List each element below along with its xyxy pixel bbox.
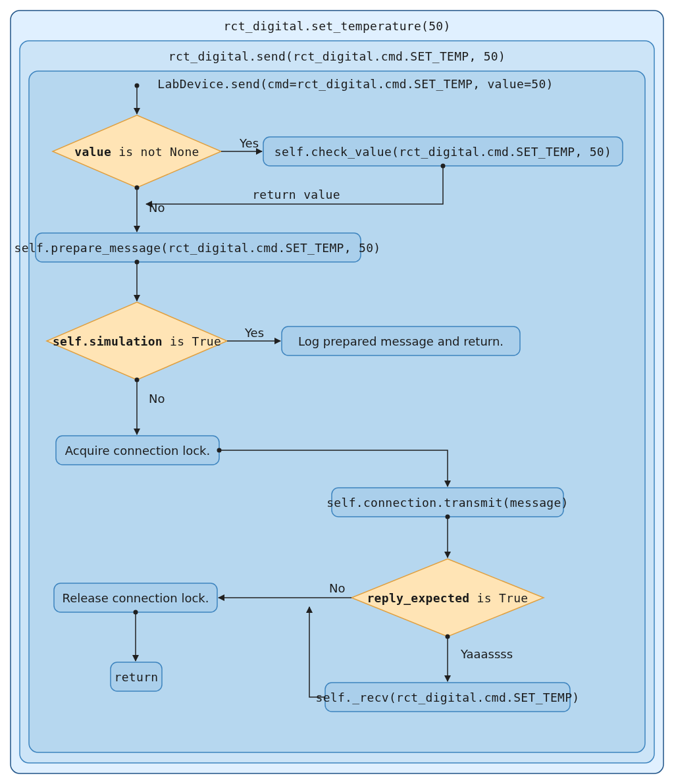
proc-prepare-message-text: self.prepare_message(rct_digital.cmd.SET…: [14, 241, 381, 255]
dec2-rest: is True: [163, 334, 221, 348]
svg-text:reply_expected is True: reply_expected is True: [367, 591, 528, 605]
dec3-rest: is True: [469, 591, 528, 605]
proc-return-text: return: [115, 670, 159, 684]
dec3-yaas-label: Yaaassss: [460, 647, 513, 661]
dec1-bold: value: [74, 145, 111, 159]
dec1-rest: is not None: [111, 145, 199, 159]
frame-middle-title: rct_digital.send(rct_digital.cmd.SET_TEM…: [168, 49, 506, 63]
frame-inner-title: LabDevice.send(cmd=rct_digital.cmd.SET_T…: [157, 77, 553, 91]
proc-recv-text: self._recv(rct_digital.cmd.SET_TEMP): [316, 691, 580, 704]
dec2-yes-label: Yes: [244, 326, 264, 340]
dec3-no-label: No: [329, 581, 345, 595]
proc-acquire-lock-text: Acquire connection lock.: [65, 444, 210, 457]
svg-text:value is not None: value is not None: [74, 145, 199, 159]
svg-text:self.simulation is True: self.simulation is True: [53, 334, 221, 348]
proc-transmit-text: self.connection.transmit(message): [326, 496, 569, 510]
proc-check-value-text: self.check_value(rct_digital.cmd.SET_TEM…: [274, 145, 611, 159]
dec2-no-label: No: [149, 392, 165, 405]
flowchart: rct_digital.set_temperature(50) rct_digi…: [0, 0, 674, 784]
frame-outer-title: rct_digital.set_temperature(50): [223, 19, 450, 33]
dec2-bold: self.simulation: [53, 334, 163, 348]
proc-release-lock-text: Release connection lock.: [62, 591, 209, 605]
proc-log-return-text: Log prepared message and return.: [298, 334, 504, 348]
dec1-yes-label: Yes: [239, 136, 259, 150]
dec3-bold: reply_expected: [367, 591, 469, 605]
dec1-return-label: return value: [252, 188, 340, 201]
dec1-no-label: No: [149, 201, 165, 215]
